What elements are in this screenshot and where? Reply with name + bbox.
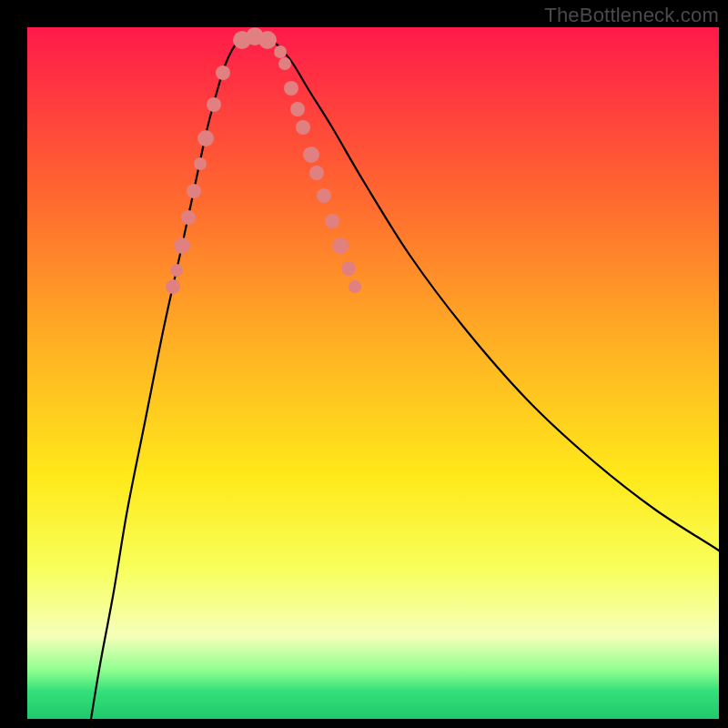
data-point [284,81,298,96]
data-point [303,147,319,163]
chart-area [27,27,719,719]
data-point [187,184,201,198]
data-point [349,280,361,293]
data-point [207,97,221,112]
data-point [278,57,291,70]
data-point [325,214,339,228]
data-point [174,238,190,254]
bottleneck-curve [91,35,728,719]
data-point [274,46,287,58]
data-point [166,279,180,294]
curve-layer [91,35,728,719]
data-point [258,31,277,49]
watermark-text: TheBottleneck.com [544,4,719,27]
data-points-layer [166,27,361,294]
data-point [170,264,183,277]
data-point [317,188,331,203]
chart-svg [27,27,719,719]
data-point [181,210,196,225]
data-point [309,166,324,180]
data-point [290,102,305,116]
data-point [216,66,230,80]
data-point [197,130,214,147]
data-point [341,261,356,276]
data-point [332,238,349,254]
data-point [296,120,310,135]
data-point [194,157,207,170]
